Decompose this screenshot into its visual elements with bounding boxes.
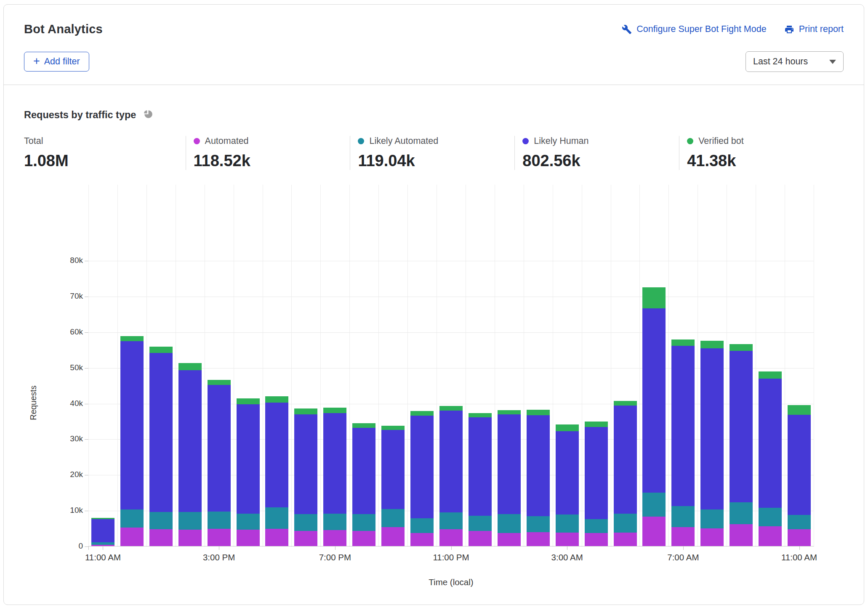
bar-segment-likely-automated[interactable] [469,516,492,531]
bar-segment-verified-bot[interactable] [788,405,811,415]
bar-segment-verified-bot[interactable] [265,396,288,402]
bar-segment-automated[interactable] [178,530,202,546]
bar-segment-likely-human[interactable] [381,430,405,509]
bar-segment-automated[interactable] [149,529,173,546]
bar-segment-likely-human[interactable] [323,413,346,513]
bar-segment-automated[interactable] [381,527,405,546]
bar-segment-automated[interactable] [237,530,260,546]
bar-segment-automated[interactable] [265,529,288,546]
bar-segment-likely-human[interactable] [294,414,317,515]
stacked-bar[interactable] [439,406,463,546]
bar-segment-verified-bot[interactable] [759,371,782,379]
bar-segment-likely-human[interactable] [410,416,434,518]
bar-segment-likely-human[interactable] [237,404,260,514]
bar-segment-likely-automated[interactable] [498,514,521,533]
bar-segment-likely-automated[interactable] [149,512,173,530]
stacked-bar[interactable] [556,424,579,546]
bar-segment-verified-bot[interactable] [208,380,231,385]
bar-segment-verified-bot[interactable] [527,410,550,415]
bar-segment-likely-automated[interactable] [352,514,375,531]
bar-segment-likely-human[interactable] [91,519,114,542]
bar-segment-automated[interactable] [498,533,521,546]
stacked-bar[interactable] [498,410,521,546]
bar-segment-likely-automated[interactable] [294,514,317,530]
stacked-bar[interactable] [614,401,637,546]
bar-segment-likely-human[interactable] [120,341,144,510]
bar-segment-likely-automated[interactable] [527,516,550,532]
stacked-bar[interactable] [352,423,375,546]
bar-segment-likely-automated[interactable] [642,493,666,517]
bar-segment-likely-automated[interactable] [323,514,346,530]
bar-segment-likely-human[interactable] [585,427,608,520]
bar-segment-verified-bot[interactable] [149,347,173,353]
bar-segment-verified-bot[interactable] [498,410,521,414]
bar-segment-likely-human[interactable] [671,346,695,506]
bar-segment-automated[interactable] [614,533,637,546]
bar-segment-verified-bot[interactable] [352,423,375,428]
bar-segment-likely-human[interactable] [469,417,492,515]
bar-segment-likely-automated[interactable] [439,512,463,529]
bar-segment-verified-bot[interactable] [585,422,608,427]
bar-segment-automated[interactable] [671,527,695,546]
bar-segment-automated[interactable] [323,530,346,546]
bar-segment-automated[interactable] [759,526,782,546]
stacked-bar[interactable] [323,408,346,546]
bar-segment-verified-bot[interactable] [120,336,144,341]
stacked-bar[interactable] [91,518,114,546]
stacked-bar[interactable] [294,408,317,546]
bar-segment-automated[interactable] [294,531,317,546]
bar-segment-likely-human[interactable] [352,428,375,514]
bar-segment-verified-bot[interactable] [556,424,579,431]
bar-segment-automated[interactable] [208,529,231,546]
bar-segment-likely-automated[interactable] [585,519,608,533]
bar-segment-verified-bot[interactable] [381,426,405,430]
bar-segment-likely-automated[interactable] [178,512,202,530]
stacked-bar[interactable] [700,341,724,546]
add-filter-button[interactable]: + Add filter [24,52,89,72]
bar-segment-likely-human[interactable] [700,348,724,510]
bar-segment-verified-bot[interactable] [323,408,346,414]
bar-segment-automated[interactable] [730,524,753,546]
bar-segment-verified-bot[interactable] [700,341,724,348]
bar-segment-automated[interactable] [700,528,724,546]
stacked-bar[interactable] [237,398,260,546]
bar-segment-automated[interactable] [788,529,811,546]
bar-segment-verified-bot[interactable] [237,398,260,404]
bar-segment-automated[interactable] [585,533,608,546]
bar-segment-verified-bot[interactable] [410,411,434,416]
configure-super-bot-fight-mode-link[interactable]: Configure Super Bot Fight Mode [622,24,766,34]
bar-segment-verified-bot[interactable] [439,406,463,411]
stacked-bar[interactable] [469,413,492,546]
bar-segment-likely-human[interactable] [759,379,782,508]
stacked-bar[interactable] [759,371,782,546]
bar-segment-automated[interactable] [410,533,434,546]
bar-segment-automated[interactable] [527,532,550,546]
bar-segment-verified-bot[interactable] [614,401,637,406]
bar-segment-likely-automated[interactable] [265,507,288,529]
bar-segment-likely-automated[interactable] [730,502,753,524]
bar-segment-verified-bot[interactable] [642,287,666,308]
bar-segment-likely-automated[interactable] [410,518,434,533]
bar-segment-verified-bot[interactable] [671,339,695,346]
stacked-bar[interactable] [149,347,173,546]
print-report-link[interactable]: Print report [784,24,844,34]
bar-segment-likely-human[interactable] [730,351,753,503]
stacked-bar[interactable] [208,380,231,546]
bar-segment-likely-human[interactable] [149,353,173,512]
bar-segment-automated[interactable] [439,529,463,546]
bar-segment-likely-human[interactable] [527,415,550,516]
bar-segment-likely-human[interactable] [498,414,521,514]
stacked-bar[interactable] [120,336,144,546]
bar-segment-likely-automated[interactable] [759,508,782,526]
stacked-bar[interactable] [642,287,666,546]
bar-segment-automated[interactable] [556,533,579,546]
bar-segment-verified-bot[interactable] [178,363,202,370]
bar-segment-likely-automated[interactable] [556,515,579,532]
stacked-bar[interactable] [788,405,811,546]
stacked-bar[interactable] [410,411,434,546]
bar-segment-likely-automated[interactable] [788,515,811,529]
bar-segment-verified-bot[interactable] [294,408,317,414]
bar-segment-likely-automated[interactable] [614,514,637,533]
bar-segment-likely-automated[interactable] [208,512,231,529]
bar-segment-likely-human[interactable] [642,308,666,493]
